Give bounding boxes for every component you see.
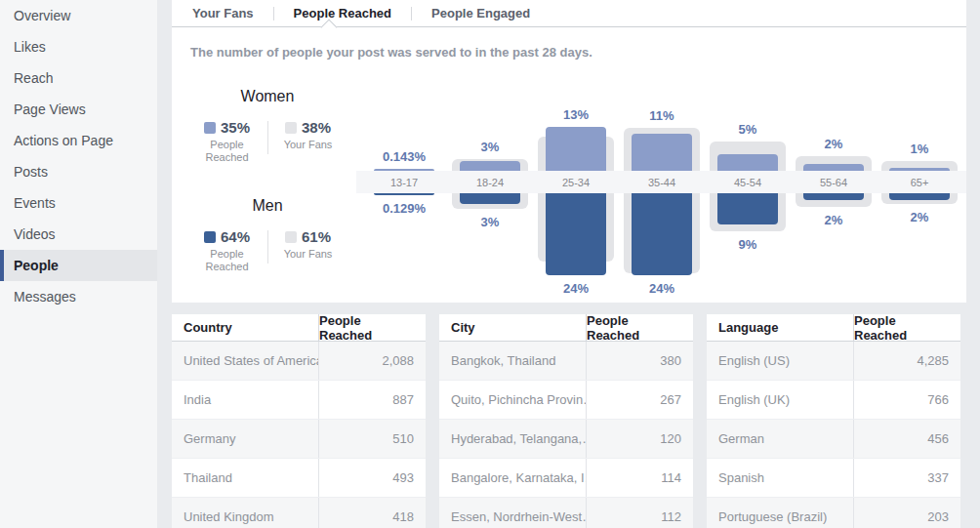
your-fans-swatch-icon: [285, 231, 297, 243]
women-legend: Women 35% People Reached 38% Your Fans: [187, 88, 347, 164]
row-value: 112: [586, 498, 693, 528]
pct-label-women: 3%: [447, 140, 533, 154]
men-label: Men: [187, 197, 347, 215]
table-row: Portuguese (Brazil)203: [707, 498, 960, 528]
age-label: 25-34: [533, 177, 619, 188]
table-row: Spanish337: [707, 459, 960, 498]
row-name: Portuguese (Brazil): [707, 498, 853, 528]
table-header-row: CountryPeople Reached: [172, 314, 426, 342]
row-name: Germany: [172, 420, 318, 458]
sidebar-item-messages[interactable]: Messages: [0, 281, 157, 312]
row-name: Thailand: [172, 459, 318, 497]
table-row: United Kingdom418: [172, 498, 426, 528]
people-reached-swatch-icon: [204, 122, 216, 134]
sidebar-item-videos[interactable]: Videos: [0, 219, 157, 250]
row-name: Spanish: [707, 459, 853, 497]
pct-label-women: 13%: [533, 107, 619, 122]
men-reached-pct: 64%: [221, 228, 250, 245]
table-city: CityPeople ReachedBangkok, Thailand380Qu…: [439, 314, 693, 528]
legend-divider: [267, 121, 268, 154]
table-language: LanguagePeople ReachedEnglish (US)4,285E…: [707, 314, 960, 528]
insights-sidebar: OverviewLikesReachPage ViewsActions on P…: [0, 0, 157, 528]
column-header-city: City: [439, 314, 586, 341]
sidebar-item-overview[interactable]: Overview: [0, 0, 157, 31]
pct-label-women: 11%: [619, 108, 705, 123]
column-header-people-reached: People Reached: [586, 314, 693, 341]
women-fans-stat: 38% Your Fans: [276, 119, 341, 151]
legend-divider: [267, 230, 268, 264]
people-reached-panel: Your FansPeople ReachedPeople Engaged Th…: [172, 0, 966, 303]
row-name: English (UK): [707, 381, 853, 419]
men-fans-pct: 61%: [302, 228, 331, 245]
sidebar-item-actions-on-page[interactable]: Actions on Page: [0, 125, 157, 156]
row-value: 203: [853, 498, 960, 528]
women-reached-pct: 35%: [221, 119, 250, 136]
reached-bar-women[interactable]: [803, 164, 864, 171]
age-group-55-64[interactable]: 2%2%55-64: [791, 0, 877, 303]
pct-label-men: 9%: [705, 237, 791, 252]
row-name: Quito, Pichincha Provin…: [439, 381, 586, 419]
sidebar-item-reach[interactable]: Reach: [0, 62, 157, 94]
row-value: 4,285: [853, 342, 960, 380]
age-group-13-17[interactable]: 0.143%0.129%13-17: [361, 0, 447, 303]
row-name: United States of America: [172, 342, 318, 380]
age-group-45-54[interactable]: 5%9%45-54: [705, 0, 791, 303]
tab-your-fans[interactable]: Your Fans: [173, 0, 273, 27]
reached-bar-men[interactable]: [546, 193, 606, 275]
table-row: Hyderabad, Telangana,…120: [439, 420, 693, 459]
row-name: English (US): [707, 342, 853, 380]
pct-label-women: 1%: [877, 142, 962, 156]
age-group-65[interactable]: 1%2%65+: [877, 0, 962, 303]
men-legend: Men 64% People Reached 61% Your Fans: [187, 197, 347, 273]
row-name: Hyderabad, Telangana,…: [439, 420, 586, 458]
men-reached-stat: 64% People Reached: [195, 228, 260, 273]
row-value: 114: [586, 459, 693, 497]
table-row: Thailand493: [172, 459, 426, 498]
table-row: English (US)4,285: [707, 342, 960, 381]
row-name: Bangalore, Karnataka, I…: [439, 459, 586, 497]
sidebar-item-events[interactable]: Events: [0, 187, 157, 219]
reached-bar-women[interactable]: [460, 161, 520, 172]
row-value: 337: [853, 459, 960, 497]
sidebar-item-likes[interactable]: Likes: [0, 31, 157, 62]
reached-bar-women[interactable]: [889, 168, 950, 172]
reached-bar-men[interactable]: [889, 193, 950, 200]
table-row: Essen, Nordrhein-West…112: [439, 498, 693, 528]
age-group-18-24[interactable]: 3%3%18-24: [447, 0, 533, 303]
men-fans-stat: 61% Your Fans: [276, 228, 341, 261]
column-header-language: Language: [707, 314, 853, 341]
people-reached-swatch-icon: [204, 231, 216, 243]
table-row: India887: [172, 381, 426, 420]
table-row: Bangalore, Karnataka, I…114: [439, 459, 693, 498]
pct-label-men: 3%: [447, 215, 533, 229]
reached-bar-men[interactable]: [717, 193, 778, 224]
column-header-people-reached: People Reached: [853, 314, 960, 341]
reached-bar-men[interactable]: [632, 193, 692, 275]
table-header-row: LanguagePeople Reached: [707, 314, 960, 342]
reached-bar-women[interactable]: [717, 154, 778, 172]
table-row: Bangkok, Thailand380: [439, 342, 693, 381]
age-label: 55-64: [791, 177, 877, 188]
age-group-25-34[interactable]: 13%24%25-34: [533, 0, 619, 303]
age-label: 35-44: [619, 177, 705, 188]
age-label: 65+: [877, 177, 962, 188]
reached-bar-men[interactable]: [460, 193, 520, 204]
reached-bar-men[interactable]: [374, 193, 434, 195]
reached-bar-men[interactable]: [803, 193, 864, 200]
table-header-row: CityPeople Reached: [439, 314, 693, 342]
reached-bar-women[interactable]: [632, 134, 692, 172]
women-reached-stat: 35% People Reached: [195, 119, 260, 164]
row-value: 380: [586, 342, 693, 380]
sidebar-item-page-views[interactable]: Page Views: [0, 94, 157, 125]
table-row: Germany510: [172, 420, 426, 459]
women-label: Women: [187, 88, 347, 105]
reached-bar-women[interactable]: [546, 127, 606, 172]
row-value: 766: [853, 381, 960, 419]
sidebar-item-posts[interactable]: Posts: [0, 156, 157, 187]
row-name: India: [172, 381, 318, 419]
age-group-35-44[interactable]: 11%24%35-44: [619, 0, 705, 303]
reached-bar-women[interactable]: [374, 169, 434, 171]
sidebar-item-people[interactable]: People: [0, 250, 157, 281]
your-fans-caption: Your Fans: [276, 248, 341, 261]
row-value: 493: [318, 459, 426, 497]
